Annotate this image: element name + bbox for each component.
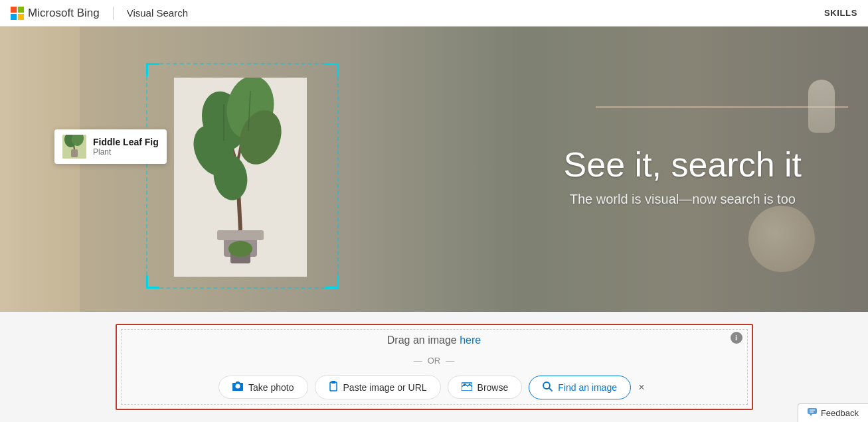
svg-rect-3: [18, 14, 24, 20]
svg-line-30: [549, 388, 552, 391]
browse-button[interactable]: Browse: [448, 376, 523, 399]
drag-text-plain: Drag an image: [387, 334, 460, 346]
search-panel: i Drag an image here OR Take photo: [0, 312, 868, 422]
close-button[interactable]: ×: [634, 380, 650, 395]
hero-subtitle: The world is visual—now search is too: [564, 192, 802, 207]
corner-bracket-tl: [146, 63, 159, 76]
drag-text: Drag an image here: [387, 334, 481, 346]
svg-point-19: [228, 241, 252, 257]
svg-rect-0: [11, 7, 17, 13]
tooltip-plant-name: Fiddle Leaf Fig: [93, 137, 159, 147]
header: Microsoft Bing Visual Search SKILLS: [0, 0, 868, 27]
corner-bracket-tr: [325, 63, 339, 76]
feedback-label: Feedback: [821, 408, 859, 418]
search-svg: [543, 382, 553, 391]
plant-image-area: [174, 78, 307, 277]
page-title: Visual Search: [127, 7, 188, 19]
svg-rect-1: [18, 7, 24, 13]
tooltip-thumb-icon: [62, 135, 86, 159]
svg-rect-21: [71, 149, 78, 157]
browse-icon: [462, 382, 472, 393]
take-photo-button[interactable]: Take photo: [218, 376, 308, 399]
selection-border: [146, 63, 339, 289]
globe-decoration: [748, 206, 815, 272]
corner-bracket-br: [325, 275, 339, 289]
skills-button[interactable]: SKILLS: [824, 8, 857, 18]
feedback-button[interactable]: Feedback: [798, 403, 868, 422]
camera-icon: [232, 382, 243, 393]
take-photo-label: Take photo: [248, 382, 294, 393]
logo-area: Microsoft Bing Visual Search: [11, 7, 188, 20]
tooltip-thumbnail: [62, 135, 86, 159]
paste-icon: [329, 381, 338, 393]
search-drop-zone[interactable]: i Drag an image here OR Take photo: [116, 324, 753, 410]
vase-decoration: [808, 80, 835, 133]
microsoft-logo-icon: [11, 7, 24, 20]
feedback-svg: [808, 408, 817, 416]
curtain-decoration: [0, 27, 80, 312]
hero-text-block: See it, search it The world is visual—no…: [564, 146, 802, 207]
search-icon: [543, 382, 553, 393]
camera-svg: [232, 382, 243, 391]
feedback-icon: [808, 408, 817, 418]
hero-section: Fiddle Leaf Fig Plant See it, search it …: [0, 27, 868, 312]
svg-rect-26: [331, 381, 335, 384]
browse-svg: [462, 382, 472, 391]
action-buttons-group: Take photo Paste image or URL: [218, 375, 650, 399]
tooltip-plant-type: Plant: [93, 147, 159, 157]
svg-point-28: [463, 384, 465, 386]
bing-logo[interactable]: Microsoft Bing: [11, 7, 100, 20]
paste-image-button[interactable]: Paste image or URL: [315, 375, 441, 399]
browse-label: Browse: [477, 382, 509, 393]
corner-bracket-bl: [146, 275, 159, 289]
svg-rect-6: [217, 230, 264, 240]
plant-selection-box: [146, 63, 339, 289]
svg-marker-32: [810, 414, 812, 416]
fiddle-leaf-fig-svg: [174, 78, 307, 277]
hero-title: See it, search it: [564, 146, 802, 184]
or-divider: OR: [414, 356, 455, 366]
svg-rect-31: [808, 408, 817, 414]
drag-text-here: here: [460, 334, 481, 346]
paste-image-label: Paste image or URL: [343, 382, 427, 393]
find-image-button[interactable]: Find an image: [529, 376, 631, 399]
tooltip-info: Fiddle Leaf Fig Plant: [93, 137, 159, 157]
tooltip-card: Fiddle Leaf Fig Plant: [54, 129, 167, 164]
find-image-label: Find an image: [558, 382, 617, 393]
bing-brand-text: Microsoft Bing: [28, 7, 100, 20]
svg-rect-2: [11, 14, 17, 20]
header-divider: [113, 7, 114, 20]
svg-rect-27: [462, 383, 472, 391]
paste-svg: [329, 381, 338, 391]
info-icon[interactable]: i: [731, 332, 742, 344]
